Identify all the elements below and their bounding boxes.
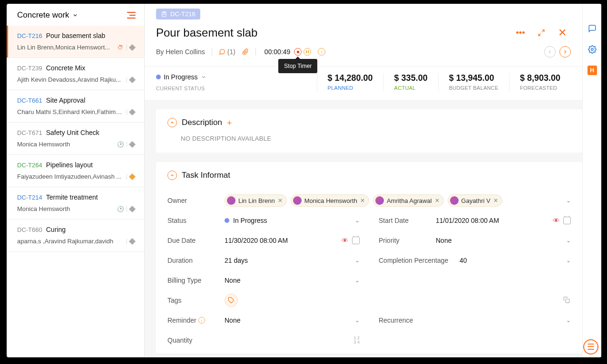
owner-name: Gayathri V bbox=[461, 197, 490, 204]
metric-label: FORECASTED bbox=[520, 85, 560, 91]
quantity-field[interactable]: Quantity 1 23 4 bbox=[167, 330, 360, 350]
remove-owner-icon[interactable]: ✕ bbox=[435, 197, 440, 204]
task-id: DC-T214 bbox=[17, 194, 42, 201]
header-actions: ••• ✕ bbox=[516, 28, 567, 38]
add-tag-button[interactable] bbox=[225, 294, 238, 307]
calendar-icon[interactable] bbox=[563, 217, 571, 224]
comments-button[interactable]: (1) bbox=[219, 48, 235, 56]
timer-stop-button[interactable]: Stop Timer bbox=[294, 48, 302, 56]
priority-diamond-icon bbox=[129, 76, 136, 83]
add-description-button[interactable]: + bbox=[227, 118, 235, 127]
clock-icon: 🕑 bbox=[117, 141, 124, 148]
task-title: Termite treatment bbox=[46, 193, 98, 201]
reminder-field[interactable]: Reminderi None⌄ bbox=[167, 310, 360, 330]
task-assignees: Charu Mathi S,Einhard Klein,Fathima... bbox=[17, 108, 124, 115]
more-menu-icon[interactable]: ••• bbox=[516, 28, 525, 38]
clipboard-icon bbox=[161, 11, 167, 18]
recurrence-field[interactable]: Recurrence ⌄ bbox=[379, 310, 571, 330]
info-icon[interactable]: i bbox=[318, 48, 325, 56]
task-list-item[interactable]: DC-T216Pour basement slab Lin Lin Brenn,… bbox=[7, 26, 144, 58]
timer-pause-button[interactable] bbox=[304, 48, 311, 56]
metric-value: $ 13,945.00 bbox=[449, 73, 499, 83]
owner-label: Owner bbox=[167, 197, 225, 204]
task-list-item[interactable]: DC-T671Safety Unit Check Monica Hemswort… bbox=[7, 123, 144, 155]
task-id: DC-T264 bbox=[17, 162, 42, 169]
help-panel-icon[interactable]: H bbox=[587, 66, 597, 75]
metric-value: $ 8,903.00 bbox=[520, 73, 560, 83]
feedback-fab[interactable]: ☰ bbox=[583, 339, 598, 354]
task-list-item[interactable]: DC-T264Pipelines layout Faiyazudeen Imti… bbox=[7, 155, 144, 187]
chat-panel-icon[interactable] bbox=[587, 24, 597, 33]
remove-owner-icon[interactable]: ✕ bbox=[493, 197, 498, 204]
task-id: DC-T239 bbox=[17, 65, 42, 72]
priority-field[interactable]: Priority None⌄ bbox=[379, 230, 571, 250]
filter-icon[interactable] bbox=[127, 12, 136, 19]
svg-rect-3 bbox=[566, 299, 569, 303]
task-id: DC-T660 bbox=[17, 226, 42, 233]
priority-diamond-icon bbox=[129, 44, 136, 50]
comment-icon bbox=[219, 48, 225, 55]
task-title: Pour basement slab bbox=[46, 32, 106, 39]
task-assignees: Monica Hemsworth bbox=[17, 205, 114, 212]
copy-tags-icon[interactable] bbox=[563, 297, 571, 304]
task-id-chip[interactable]: DC-T216 bbox=[156, 9, 200, 19]
next-task-button[interactable] bbox=[559, 46, 571, 57]
owner-chip[interactable]: Amritha Agrawal✕ bbox=[373, 194, 444, 207]
status-dot-icon bbox=[156, 75, 161, 79]
calendar-icon[interactable] bbox=[352, 237, 360, 244]
no-description-text: NO DESCRIPTION AVAILABLE bbox=[181, 135, 571, 142]
task-info-heading: Task Informat bbox=[182, 171, 230, 180]
metric-value: $ 335.00 bbox=[394, 73, 428, 83]
task-assignees: Faiyazudeen Imtiyazudeen,Avinash ... bbox=[17, 173, 124, 180]
overdue-icon: 👁 bbox=[553, 217, 559, 224]
task-title: Site Approval bbox=[46, 96, 86, 104]
metric-block: $ 14,280.00PLANNED bbox=[317, 73, 383, 91]
owner-name: Amritha Agrawal bbox=[387, 197, 432, 204]
priority-diamond-icon bbox=[129, 238, 136, 244]
metric-value: $ 14,280.00 bbox=[328, 73, 373, 83]
due-date-field[interactable]: Due Date 11/30/2020 08:00 AM👁 bbox=[167, 230, 360, 250]
task-list-item[interactable]: DC-T214Termite treatment Monica Hemswort… bbox=[7, 187, 144, 220]
task-assignees: Monica Hemsworth bbox=[17, 141, 114, 148]
attachment-button[interactable] bbox=[242, 48, 249, 55]
task-detail-modal: Concrete work DC-T216Pour basement slab … bbox=[7, 4, 601, 357]
chevron-down-icon bbox=[201, 74, 206, 80]
svg-point-0 bbox=[591, 48, 593, 51]
owner-chip[interactable]: Monica Hemsworth✕ bbox=[291, 194, 369, 207]
completion-field[interactable]: Completion Percentage 40⌄ bbox=[379, 250, 571, 270]
clock-icon: 🕑 bbox=[117, 206, 124, 212]
collapse-description-icon[interactable] bbox=[167, 118, 177, 127]
task-list-item[interactable]: DC-T660Curing aparna.s ,Aravind Rajkumar… bbox=[7, 220, 144, 252]
billing-type-field[interactable]: Billing Type None⌄ bbox=[167, 270, 360, 290]
task-id: DC-T671 bbox=[17, 129, 42, 136]
status-field[interactable]: Status In Progress⌄ bbox=[167, 211, 360, 230]
task-list-item[interactable]: DC-T239Concrete Mix Ajith Kevin Devadoss… bbox=[7, 58, 144, 90]
remove-owner-icon[interactable]: ✕ bbox=[278, 197, 283, 204]
priority-diamond-icon bbox=[129, 173, 136, 180]
avatar bbox=[227, 196, 235, 205]
priority-diamond-icon bbox=[129, 141, 136, 147]
settings-panel-icon[interactable] bbox=[587, 45, 597, 54]
sidebar-title-dropdown[interactable]: Concrete work bbox=[17, 10, 78, 20]
owner-name: Lin Lin Brenn bbox=[238, 197, 275, 204]
owner-chip[interactable]: Lin Lin Brenn✕ bbox=[225, 194, 287, 207]
status-dropdown[interactable]: In Progress bbox=[156, 73, 317, 81]
priority-diamond-icon bbox=[129, 108, 136, 115]
duration-field[interactable]: Duration 21 days⌄ bbox=[167, 250, 360, 270]
prev-task-button[interactable] bbox=[544, 46, 556, 57]
avatar bbox=[293, 196, 302, 205]
tags-field: Tags bbox=[167, 290, 571, 310]
collapse-taskinfo-icon[interactable] bbox=[167, 171, 177, 180]
close-icon[interactable]: ✕ bbox=[558, 28, 567, 38]
owner-dropdown-icon[interactable]: ⌄ bbox=[566, 197, 571, 204]
task-id-text: DC-T216 bbox=[170, 10, 196, 18]
remove-owner-icon[interactable]: ✕ bbox=[360, 197, 365, 204]
info-icon[interactable]: i bbox=[198, 317, 205, 324]
task-assignees: aparna.s ,Aravind Rajkumar,davidh bbox=[17, 238, 124, 245]
expand-icon[interactable] bbox=[537, 28, 546, 38]
start-date-field[interactable]: Start Date 11/01/2020 08:00 AM👁 bbox=[379, 211, 571, 230]
owner-chip[interactable]: Gayathri V✕ bbox=[448, 194, 502, 207]
status-sublabel: CURRENT STATUS bbox=[156, 86, 317, 91]
metric-label: ACTUAL bbox=[394, 85, 428, 91]
task-list-item[interactable]: DC-T661Site Approval Charu Mathi S,Einha… bbox=[7, 90, 144, 123]
